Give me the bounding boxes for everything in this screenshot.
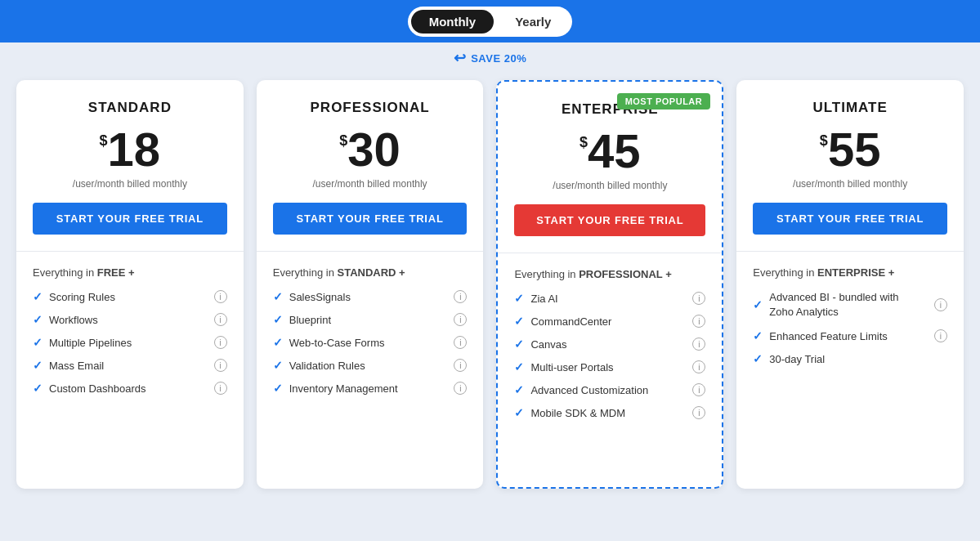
feature-name: Inventory Management bbox=[289, 382, 398, 395]
list-item: ✓ Workflows i bbox=[33, 313, 227, 326]
list-item: ✓ Zia AI i bbox=[514, 292, 705, 305]
ultimate-cta-button[interactable]: START YOUR FREE TRIAL bbox=[753, 203, 947, 235]
standard-dollar: $ bbox=[100, 132, 108, 150]
list-item: ✓ Mobile SDK & MDM i bbox=[514, 406, 705, 419]
billing-toggle: Monthly Yearly bbox=[408, 7, 573, 37]
enterprise-everything-line: Everything in PROFESSIONAL + bbox=[514, 268, 705, 280]
ultimate-price: 55 bbox=[828, 126, 881, 173]
feature-name: Advanced Customization bbox=[530, 384, 648, 396]
enterprise-price: 45 bbox=[588, 127, 641, 175]
feature-name: Web-to-Case Forms bbox=[289, 337, 385, 349]
standard-price-row: $ 18 bbox=[33, 126, 227, 173]
professional-price: 30 bbox=[347, 126, 401, 173]
ultimate-plan-name: ULTIMATE bbox=[753, 100, 947, 116]
list-item: ✓ Canvas i bbox=[514, 338, 705, 351]
list-item: ✓ Advanced BI - bundled withZoho Analyti… bbox=[753, 290, 947, 320]
list-item: ✓ Multi-user Portals i bbox=[514, 360, 705, 373]
feature-name: Multi-user Portals bbox=[530, 361, 613, 373]
enterprise-dollar: $ bbox=[579, 134, 588, 151]
check-icon: ✓ bbox=[514, 383, 524, 396]
enterprise-cta-button[interactable]: START YOUR FREE TRIAL bbox=[514, 204, 705, 236]
info-icon[interactable]: i bbox=[454, 313, 467, 326]
monthly-toggle[interactable]: Monthly bbox=[411, 10, 494, 34]
professional-everything-line: Everything in STANDARD + bbox=[273, 266, 468, 279]
info-icon[interactable]: i bbox=[692, 360, 705, 373]
professional-cta-button[interactable]: START YOUR FREE TRIAL bbox=[273, 203, 468, 235]
professional-card: PROFESSIONAL $ 30 /user/month billed mon… bbox=[257, 80, 484, 489]
info-icon[interactable]: i bbox=[214, 313, 227, 326]
list-item: ✓ 30-day Trial i bbox=[753, 352, 947, 365]
info-icon[interactable]: i bbox=[454, 336, 467, 349]
info-icon[interactable]: i bbox=[692, 338, 705, 351]
list-item: ✓ Custom Dashboards i bbox=[33, 382, 227, 395]
enterprise-billing: /user/month billed monthly bbox=[514, 180, 705, 191]
yearly-toggle[interactable]: Yearly bbox=[497, 10, 569, 34]
enterprise-card: MOST POPULAR ENTERPRISE $ 45 /user/month… bbox=[496, 80, 723, 489]
list-item: ✓ Blueprint i bbox=[273, 313, 468, 326]
standard-card-top: STANDARD $ 18 /user/month billed monthly… bbox=[16, 80, 244, 252]
check-icon: ✓ bbox=[273, 290, 283, 303]
professional-billing: /user/month billed monthly bbox=[273, 178, 468, 190]
feature-name: Validation Rules bbox=[289, 360, 365, 372]
top-bar: Monthly Yearly bbox=[0, 0, 980, 42]
info-icon[interactable]: i bbox=[454, 382, 467, 395]
check-icon: ✓ bbox=[753, 352, 763, 365]
ultimate-features: Everything in ENTERPRISE + ✓ Advanced BI… bbox=[736, 252, 964, 390]
list-item: ✓ Web-to-Case Forms i bbox=[273, 336, 468, 349]
info-icon[interactable]: i bbox=[214, 336, 227, 349]
pricing-cards: STANDARD $ 18 /user/month billed monthly… bbox=[0, 67, 980, 505]
check-icon: ✓ bbox=[273, 382, 283, 395]
feature-name: Canvas bbox=[530, 338, 566, 351]
info-icon[interactable]: i bbox=[692, 292, 705, 305]
most-popular-badge: MOST POPULAR bbox=[617, 93, 711, 110]
check-icon: ✓ bbox=[33, 336, 43, 349]
info-icon[interactable]: i bbox=[454, 290, 467, 303]
check-icon: ✓ bbox=[514, 360, 524, 373]
info-icon[interactable]: i bbox=[214, 359, 227, 372]
standard-plan-name: STANDARD bbox=[33, 100, 227, 116]
check-icon: ✓ bbox=[514, 406, 524, 419]
feature-name: 30-day Trial bbox=[769, 353, 825, 365]
standard-everything-line: Everything in FREE + bbox=[33, 266, 227, 279]
feature-name: Enhanced Feature Limits bbox=[769, 330, 888, 342]
feature-name: SalesSignals bbox=[289, 291, 351, 303]
list-item: ✓ Advanced Customization i bbox=[514, 383, 705, 396]
feature-name: CommandCenter bbox=[530, 315, 611, 328]
save-banner: ↩ SAVE 20% bbox=[0, 49, 980, 67]
standard-cta-button[interactable]: START YOUR FREE TRIAL bbox=[33, 203, 227, 235]
professional-plan-name: PROFESSIONAL bbox=[273, 100, 468, 116]
professional-dollar: $ bbox=[339, 132, 347, 150]
arrow-icon: ↩ bbox=[454, 49, 467, 67]
info-icon[interactable]: i bbox=[692, 315, 705, 328]
list-item: ✓ Mass Email i bbox=[33, 359, 227, 372]
info-icon[interactable]: i bbox=[692, 383, 705, 396]
list-item: ✓ Enhanced Feature Limits i bbox=[753, 329, 947, 342]
check-icon: ✓ bbox=[753, 329, 763, 342]
standard-card: STANDARD $ 18 /user/month billed monthly… bbox=[16, 80, 244, 489]
feature-name: Scoring Rules bbox=[49, 291, 115, 303]
list-item: ✓ SalesSignals i bbox=[273, 290, 468, 303]
enterprise-price-row: $ 45 bbox=[514, 127, 705, 175]
list-item: ✓ Validation Rules i bbox=[273, 359, 468, 372]
check-icon: ✓ bbox=[33, 382, 43, 395]
ultimate-price-row: $ 55 bbox=[753, 126, 947, 173]
info-icon[interactable]: i bbox=[214, 382, 227, 395]
info-icon[interactable]: i bbox=[934, 329, 947, 342]
standard-billing: /user/month billed monthly bbox=[33, 178, 227, 190]
ultimate-everything-line: Everything in ENTERPRISE + bbox=[753, 266, 947, 279]
list-item: ✓ Scoring Rules i bbox=[33, 290, 227, 303]
professional-features: Everything in STANDARD + ✓ SalesSignals … bbox=[257, 252, 484, 419]
info-icon[interactable]: i bbox=[692, 406, 705, 419]
info-icon[interactable]: i bbox=[214, 290, 227, 303]
check-icon: ✓ bbox=[273, 313, 283, 326]
check-icon: ✓ bbox=[514, 315, 524, 328]
list-item: ✓ Inventory Management i bbox=[273, 382, 468, 395]
feature-name: Multiple Pipelines bbox=[49, 337, 132, 349]
info-icon[interactable]: i bbox=[454, 359, 467, 372]
feature-name: Zia AI bbox=[530, 293, 557, 305]
info-icon[interactable]: i bbox=[934, 298, 947, 311]
feature-name: Mass Email bbox=[49, 360, 104, 372]
list-item: ✓ CommandCenter i bbox=[514, 315, 705, 328]
feature-name: Blueprint bbox=[289, 314, 331, 326]
check-icon: ✓ bbox=[514, 338, 524, 351]
